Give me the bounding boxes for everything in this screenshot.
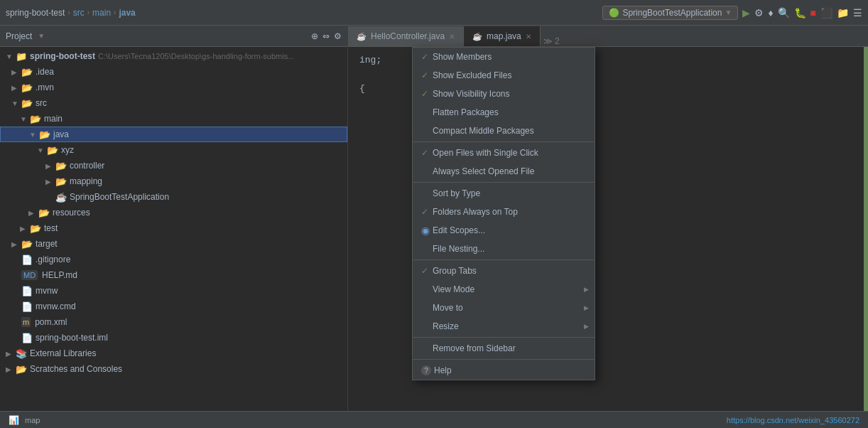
run-config[interactable]: 🟢 SpringBootTestApplication ▼ [602, 6, 738, 20]
status-left: 📊 map [9, 415, 40, 425]
coverage-button[interactable]: ♦ [768, 7, 773, 18]
java-file-icon: ☕ [55, 192, 67, 203]
debug-button[interactable]: 🐛 [794, 7, 806, 18]
tab-icon: ☕ [357, 32, 367, 41]
tree-label: mvnw [36, 286, 58, 296]
sidebar-icon-collapse[interactable]: ⇔ [322, 31, 330, 41]
dropdown-item-show-visibility[interactable]: ✓ Show Visibility Icons [413, 85, 595, 103]
dropdown-item-file-nesting[interactable]: File Nesting... [413, 240, 595, 258]
folder-icon: 📂 [16, 364, 27, 375]
dropdown-label: Always Select Opened File [433, 166, 586, 176]
help-icon: ? [421, 365, 431, 375]
tree-item-mvn[interactable]: ▶ 📂 .mvn [0, 80, 347, 95]
tree-item-java[interactable]: ▼ 📂 java [0, 127, 347, 142]
stop2-button[interactable]: ⬛ [820, 7, 832, 18]
breadcrumb: spring-boot-test › src › main › java [6, 8, 136, 18]
tree-item-xyz[interactable]: ▼ 📂 xyz [0, 142, 347, 158]
tree-item-main[interactable]: ▼ 📂 main [0, 111, 347, 127]
dropdown-item-resize[interactable]: Resize [413, 317, 595, 336]
tree-arrow: ▶ [45, 162, 54, 170]
folder-button[interactable]: 📁 [837, 7, 849, 18]
breadcrumb-src[interactable]: src [73, 8, 85, 18]
sidebar: Project ▼ ⊕ ⇔ ⚙ ▼ 📁 spring-boot-test C:\… [0, 26, 348, 411]
code-text: ing; [359, 55, 381, 65]
tree-item-help-md[interactable]: MD HELP.md [0, 267, 347, 283]
radio-icon: ◉ [421, 225, 433, 236]
tree-item-resources[interactable]: ▶ 📂 resources [0, 205, 347, 220]
breadcrumb-main[interactable]: main [92, 8, 111, 18]
dropdown-label: Help [434, 365, 586, 375]
tree-label: xyz [61, 145, 74, 155]
status-link[interactable]: https://blog.csdn.net/weixin_43560272 [727, 416, 859, 424]
sidebar-tree: ▼ 📁 spring-boot-test C:\Users\Tecna1205\… [0, 47, 347, 411]
sidebar-header-icons: ⊕ ⇔ ⚙ [311, 31, 342, 41]
dropdown-item-edit-scopes[interactable]: ◉ Edit Scopes... [413, 221, 595, 240]
tree-item-mvnw-cmd[interactable]: 📄 mvnw.cmd [0, 299, 347, 314]
dropdown-item-show-excluded[interactable]: ✓ Show Excluded Files [413, 66, 595, 85]
code-text: { [359, 83, 365, 94]
run-config-label: SpringBootTestApplication [622, 8, 722, 18]
status-file-name: map [25, 416, 40, 424]
status-chart-icon: 📊 [9, 415, 19, 425]
tree-arrow: ▼ [37, 146, 45, 154]
dropdown-item-folders-top[interactable]: ✓ Folders Always on Top [413, 203, 595, 221]
top-toolbar: spring-boot-test › src › main › java 🟢 S… [0, 0, 868, 26]
dropdown-item-help[interactable]: ? Help [413, 361, 595, 380]
tree-label: resources [53, 208, 90, 218]
file-icon: 📄 [21, 255, 33, 265]
tree-item-target[interactable]: ▶ 📂 target [0, 236, 347, 252]
tree-item-spring-boot-test[interactable]: ▼ 📁 spring-boot-test C:\Users\Tecna1205\… [0, 48, 347, 64]
tree-item-pom[interactable]: m pom.xml [0, 314, 347, 330]
sidebar-icon-settings[interactable]: ⚙ [334, 31, 342, 41]
dropdown-item-sort-type[interactable]: Sort by Type [413, 184, 595, 203]
build-button[interactable]: ⚙ [754, 7, 764, 18]
dropdown-label: Open Files with Single Click [433, 148, 586, 158]
tree-item-idea[interactable]: ▶ 📂 .idea [0, 64, 347, 80]
tab-label: HelloController.java [371, 31, 445, 41]
tree-label: mvnw.cmd [36, 301, 76, 311]
breadcrumb-arrow-2: › [87, 9, 89, 16]
dropdown-item-open-single-click[interactable]: ✓ Open Files with Single Click [413, 144, 595, 162]
dropdown-item-always-select[interactable]: Always Select Opened File [413, 162, 595, 181]
tab-map-java[interactable]: ☕ map.java ✕ [464, 26, 541, 46]
tab-overflow[interactable]: ≫ 2 [543, 36, 560, 46]
menu-button[interactable]: ☰ [853, 7, 862, 18]
tab-close-hello[interactable]: ✕ [449, 33, 455, 41]
dropdown-item-compact[interactable]: Compact Middle Packages [413, 122, 595, 140]
tree-item-controller[interactable]: ▶ 📂 controller [0, 158, 347, 173]
dropdown-item-view-mode[interactable]: View Mode [413, 280, 595, 299]
tab-hello-controller[interactable]: ☕ HelloController.java ✕ [348, 26, 464, 46]
tree-item-scratches[interactable]: ▶ 📂 Scratches and Consoles [0, 361, 347, 377]
md-file-icon: MD [21, 270, 38, 280]
dropdown-item-move-to[interactable]: Move to [413, 299, 595, 317]
tree-item-mapping[interactable]: ▶ 📂 mapping [0, 173, 347, 189]
run-button[interactable]: ▶ [742, 7, 750, 18]
profile-button[interactable]: 🔍 [778, 7, 790, 18]
dropdown-menu: ✓ Show Members ✓ Show Excluded Files ✓ S… [412, 47, 595, 380]
tree-item-test[interactable]: ▶ 📂 test [0, 220, 347, 236]
stop-button[interactable]: ■ [810, 7, 816, 18]
tree-item-src[interactable]: ▼ 📂 src [0, 95, 347, 111]
folder-icon: 📂 [55, 176, 67, 187]
tree-label: test [44, 223, 58, 233]
tree-item-springboot-app[interactable]: ☕ SpringBootTestApplication [0, 189, 347, 205]
tree-item-gitignore[interactable]: 📄 .gitignore [0, 252, 347, 267]
dropdown-item-remove-sidebar[interactable]: Remove from Sidebar [413, 339, 595, 358]
dropdown-item-show-members[interactable]: ✓ Show Members [413, 48, 595, 66]
tree-arrow: ▶ [11, 68, 20, 76]
dropdown-item-group-tabs[interactable]: ✓ Group Tabs [413, 262, 595, 280]
tree-item-external-libs[interactable]: ▶ 📚 External Libraries [0, 346, 347, 361]
tab-close-map[interactable]: ✕ [526, 33, 531, 41]
breadcrumb-project[interactable]: spring-boot-test [6, 8, 65, 18]
breadcrumb-java[interactable]: java [119, 8, 135, 18]
tree-arrow: ▼ [29, 131, 38, 139]
folder-icon: 📂 [21, 98, 33, 109]
sidebar-dropdown-arrow[interactable]: ▼ [38, 32, 45, 40]
tree-label: .mvn [36, 82, 54, 92]
sidebar-icon-gear[interactable]: ⊕ [311, 31, 318, 41]
tree-item-iml[interactable]: 📄 spring-boot-test.iml [0, 330, 347, 346]
dropdown-item-flatten[interactable]: Flatten Packages [413, 103, 595, 122]
tree-item-mvnw[interactable]: 📄 mvnw [0, 283, 347, 299]
divider-1 [413, 141, 595, 142]
tree-arrow: ▶ [6, 350, 14, 358]
